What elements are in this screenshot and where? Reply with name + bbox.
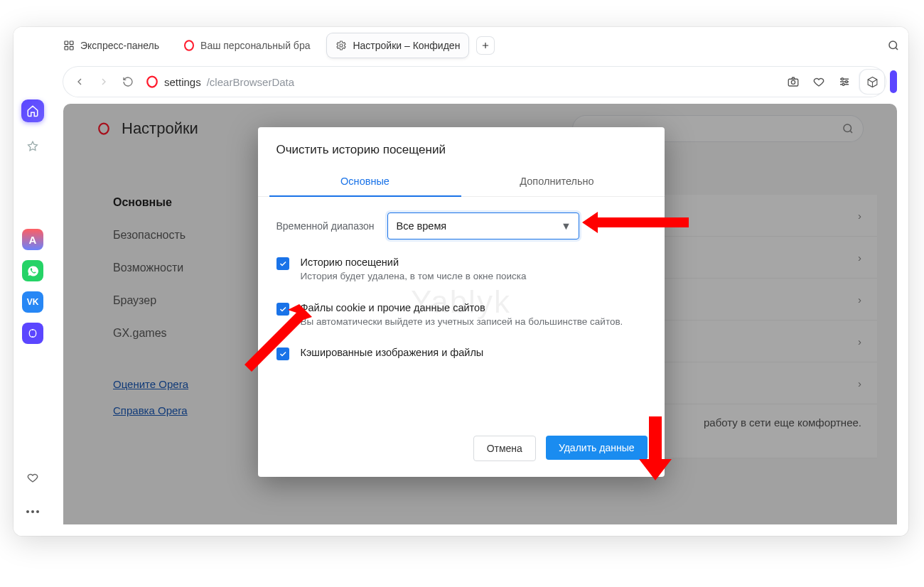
opera-icon (146, 75, 159, 88)
speed-dial-button[interactable]: Экспресс-панель (56, 36, 166, 55)
svg-point-7 (889, 41, 897, 49)
address-bar: settings/clearBrowserData (63, 67, 886, 97)
tab-label: Настройки – Конфиден (353, 40, 460, 51)
clear-browsing-data-dialog: Очистить историю посещений Основные Допо… (258, 127, 665, 477)
heart-button[interactable] (807, 70, 830, 93)
time-range-label: Временной диапазон (276, 220, 375, 232)
dialog-tabs: Основные Дополнительно (258, 167, 665, 197)
speed-dial-label: Экспресс-панель (80, 40, 159, 51)
sidebar-more-button[interactable] (21, 500, 44, 523)
sidebar-home-button[interactable] (21, 99, 44, 122)
sidebar-favorites-button[interactable] (21, 466, 44, 489)
sidebar-app-music[interactable] (22, 323, 43, 344)
right-addons (856, 67, 897, 97)
tab-strip: Экспресс-панель Ваш персональный бра Нас… (52, 27, 908, 64)
option-title: Файлы cookie и прочие данные сайтов (301, 302, 623, 313)
svg-rect-2 (70, 41, 73, 45)
svg-point-10 (791, 80, 795, 84)
checkbox-checked-icon[interactable] (276, 257, 289, 270)
svg-point-8 (147, 77, 157, 87)
snapshot-button[interactable] (782, 70, 805, 93)
url-host: settings (164, 76, 201, 88)
tab-opera-personal[interactable]: Ваш персональный бра (175, 33, 318, 58)
option-title: Историю посещений (301, 257, 527, 268)
time-range-value: Все время (397, 220, 447, 232)
checkbox-checked-icon[interactable] (276, 303, 289, 316)
svg-point-6 (340, 44, 343, 47)
nav-forward-button (92, 70, 116, 94)
sidebar-rail: A VK (14, 27, 52, 536)
option-subtitle: Вы автоматически выйдете из учетных запи… (301, 315, 623, 329)
clear-data-button[interactable]: Удалить данные (546, 436, 648, 460)
gear-icon (335, 40, 347, 51)
nav-back-button[interactable] (68, 70, 92, 94)
checkbox-checked-icon[interactable] (276, 348, 289, 360)
browser-window: A VK Экспресс-п (14, 27, 908, 536)
url-display[interactable]: settings/clearBrowserData (146, 75, 294, 88)
extensions-button[interactable] (860, 70, 884, 94)
sidebar-app-whatsapp[interactable] (22, 260, 43, 281)
svg-point-11 (842, 78, 844, 80)
dialog-tab-basic[interactable]: Основные (269, 167, 461, 197)
svg-point-5 (185, 41, 193, 50)
dialog-title: Очистить историю посещений (258, 127, 665, 167)
easy-setup-button[interactable] (833, 70, 856, 93)
option-browsing-history[interactable]: Историю посещений История будет удалена,… (276, 257, 646, 284)
tab-search-button[interactable] (886, 38, 901, 53)
option-subtitle: История будет удалена, в том числе в окн… (301, 269, 527, 284)
tab-settings-privacy[interactable]: Настройки – Конфиден (327, 33, 468, 58)
sidebar-app-vk[interactable]: VK (22, 291, 43, 313)
sidebar-star-button[interactable] (21, 135, 44, 158)
svg-point-13 (842, 83, 844, 85)
nav-reload-button[interactable] (116, 70, 140, 94)
svg-rect-4 (70, 46, 73, 50)
svg-rect-1 (65, 41, 68, 45)
svg-rect-0 (29, 330, 36, 338)
tab-label: Ваш персональный бра (200, 40, 310, 51)
url-path: /clearBrowserData (207, 76, 294, 88)
caret-down-icon: ▼ (561, 220, 571, 232)
option-cached[interactable]: Кэшированные изображения и файлы (276, 347, 646, 360)
option-cookies[interactable]: Файлы cookie и прочие данные сайтов Вы а… (276, 302, 646, 329)
cancel-button[interactable]: Отмена (473, 436, 536, 461)
opera-icon (183, 40, 195, 51)
sidebar-toggle[interactable] (890, 70, 897, 93)
new-tab-button[interactable] (477, 37, 494, 54)
time-range-select[interactable]: Все время ▼ (387, 212, 579, 239)
option-title: Кэшированные изображения и файлы (301, 347, 484, 358)
svg-point-12 (846, 81, 848, 83)
dialog-tab-advanced[interactable]: Дополнительно (461, 167, 653, 196)
sidebar-app-aria[interactable]: A (22, 229, 43, 250)
svg-rect-3 (65, 46, 68, 50)
